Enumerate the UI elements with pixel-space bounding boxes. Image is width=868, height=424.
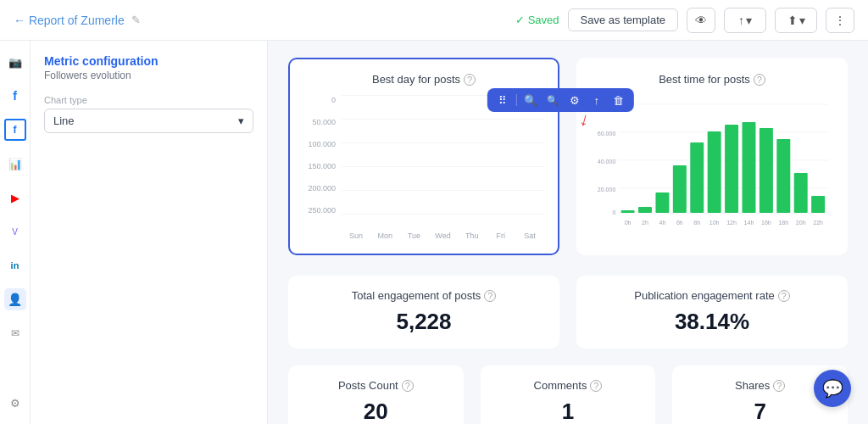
comments-value: 1	[494, 399, 643, 424]
svg-rect-20	[794, 173, 808, 213]
back-button[interactable]: ← Report of Zumerle	[14, 14, 125, 27]
config-panel-title: Metric configuration	[44, 54, 253, 68]
toolbar-settings-icon[interactable]: ⚙	[566, 92, 583, 109]
chart-type-label: Chart type	[44, 95, 253, 105]
svg-rect-11	[638, 207, 652, 213]
best-time-help-icon[interactable]: ?	[754, 74, 765, 86]
toolbar-move-icon[interactable]: ⠿	[494, 92, 511, 109]
toolbar-delete-icon[interactable]: 🗑	[610, 92, 627, 109]
settings-icon[interactable]: ⚙	[4, 392, 26, 414]
more-icon: ⋮	[834, 14, 846, 27]
svg-text:6h: 6h	[676, 219, 683, 227]
svg-text:4h: 4h	[659, 219, 665, 227]
svg-text:8h: 8h	[693, 219, 700, 227]
stats-row-3col: Posts Count ? 20 Comments ? 1 Shares ? 7	[288, 365, 848, 424]
best-time-chart-card[interactable]: Best time for posts ? 80.000 60.000 40.0…	[576, 58, 848, 255]
comments-label: Comments ?	[494, 379, 643, 392]
icon-rail: 📷 f f 📊 ▶ V in 👤 ✉ ⚙	[0, 41, 31, 424]
chevron-down-icon: ▾	[746, 14, 752, 27]
export-icon: ⬆	[787, 14, 798, 27]
sidebar-item-viber[interactable]: V	[4, 220, 26, 243]
grid-lines	[342, 96, 544, 215]
chevron-down-icon2: ▾	[799, 14, 805, 27]
header: ← Report of Zumerle ✎ ✓ Saved Save as te…	[0, 0, 868, 41]
comments-help-icon[interactable]: ?	[590, 380, 602, 392]
comments-card: Comments ? 1	[481, 365, 656, 424]
sidebar-item-analytics[interactable]: 📊	[4, 153, 26, 175]
svg-text:16h: 16h	[761, 219, 771, 227]
svg-rect-17	[743, 122, 756, 213]
shares-help-icon[interactable]: ?	[773, 380, 785, 392]
best-day-bars: 250.000 200.000 150.000 100.000 50.000 0	[303, 96, 544, 232]
svg-rect-13	[673, 165, 687, 213]
sidebar-item-linkedin[interactable]: in	[4, 254, 26, 276]
publication-rate-card: Publication engagement rate ? 38.14%	[576, 276, 848, 349]
posts-count-card: Posts Count ? 20	[288, 365, 464, 424]
svg-text:60.000: 60.000	[598, 130, 616, 138]
sidebar-item-youtube[interactable]: ▶	[4, 187, 26, 209]
publication-rate-help-icon[interactable]: ?	[778, 290, 790, 302]
svg-text:0: 0	[612, 209, 615, 217]
toolbar-zoom-in-icon[interactable]: 🔍	[522, 92, 539, 109]
eye-icon: 👁	[695, 14, 707, 27]
svg-rect-21	[811, 196, 825, 213]
posts-count-help-icon[interactable]: ?	[402, 380, 414, 392]
zoom-out-symbol: 🔍	[547, 95, 559, 106]
best-day-chart-title: Best day for posts ?	[303, 73, 544, 86]
sidebar-item-profile[interactable]: 👤	[4, 288, 26, 310]
toolbar-upload-icon[interactable]: ↑	[588, 92, 605, 109]
sidebar-item-facebook[interactable]: f	[4, 85, 26, 107]
svg-text:12h: 12h	[726, 219, 737, 227]
chart-toolbar: ⠿ 🔍 🔍 ⚙ ↑ 🗑	[487, 88, 634, 112]
export-button[interactable]: ⬆ ▾	[775, 8, 817, 33]
sidebar-item-mailchimp[interactable]: ✉	[4, 322, 26, 344]
svg-text:14h: 14h	[744, 219, 754, 227]
preview-button[interactable]: 👁	[687, 8, 715, 33]
total-engagement-value: 5,228	[302, 309, 546, 335]
main-layout: 📷 f f 📊 ▶ V in 👤 ✉ ⚙ Metric configuratio…	[0, 41, 868, 424]
best-day-x-labels: Sun Mon Tue Wed Thu Fri Sat	[303, 232, 544, 240]
sidebar-item-instagram[interactable]: 📷	[4, 51, 26, 73]
total-engagement-card: Total engagement of posts ? 5,228	[288, 276, 559, 349]
best-time-svg-chart: 80.000 60.000 40.000 20.000 0	[592, 96, 832, 232]
svg-rect-10	[621, 210, 635, 213]
header-left: ← Report of Zumerle ✎	[14, 14, 505, 27]
publication-rate-label: Publication engagement rate ?	[590, 289, 834, 302]
share-button[interactable]: ↑ ▾	[724, 8, 766, 33]
total-engagement-help-icon[interactable]: ?	[484, 290, 496, 302]
shares-value: 7	[686, 399, 834, 424]
svg-text:0h: 0h	[625, 219, 632, 227]
config-panel-subtitle: Followers evolution	[44, 70, 253, 81]
sidebar-item-facebook-page[interactable]: f	[4, 119, 26, 141]
chat-button[interactable]: 💬	[814, 370, 851, 407]
more-options-button[interactable]: ⋮	[826, 8, 854, 33]
best-day-y-axis: 250.000 200.000 150.000 100.000 50.000 0	[303, 96, 339, 215]
stats-row-2col: Total engagement of posts ? 5,228 Public…	[288, 276, 848, 349]
header-right: ✓ Saved Save as template 👁 ↑ ▾ ⬆ ▾ ⋮	[515, 8, 854, 33]
svg-rect-18	[760, 128, 773, 213]
publication-rate-value: 38.14%	[590, 309, 834, 335]
posts-count-value: 20	[302, 399, 450, 424]
shares-label: Shares ?	[686, 379, 834, 392]
best-day-chart-card[interactable]: Best day for posts ? 250.000 200.000 150…	[288, 58, 559, 255]
posts-count-label: Posts Count ?	[302, 379, 450, 392]
svg-text:20h: 20h	[796, 219, 806, 227]
svg-rect-12	[655, 192, 669, 213]
save-as-template-button[interactable]: Save as template	[568, 8, 678, 31]
svg-rect-16	[725, 125, 738, 213]
svg-text:22h: 22h	[813, 219, 823, 227]
chat-icon: 💬	[822, 378, 843, 399]
total-engagement-label: Total engagement of posts ?	[302, 289, 546, 302]
svg-text:18h: 18h	[778, 219, 788, 227]
svg-rect-14	[690, 142, 704, 213]
svg-text:10h: 10h	[709, 219, 720, 227]
chart-type-value: Line	[53, 114, 75, 127]
best-day-bar-chart: 250.000 200.000 150.000 100.000 50.000 0	[303, 96, 544, 240]
best-day-help-icon[interactable]: ?	[464, 74, 476, 86]
chart-type-select[interactable]: Line ▾	[44, 109, 253, 133]
svg-text:20.000: 20.000	[598, 186, 616, 194]
config-panel: Metric configuration Followers evolution…	[31, 41, 268, 424]
share-icon: ↑	[738, 14, 744, 27]
edit-title-icon[interactable]: ✎	[131, 14, 141, 26]
toolbar-zoom-out-icon[interactable]: 🔍	[544, 92, 561, 109]
